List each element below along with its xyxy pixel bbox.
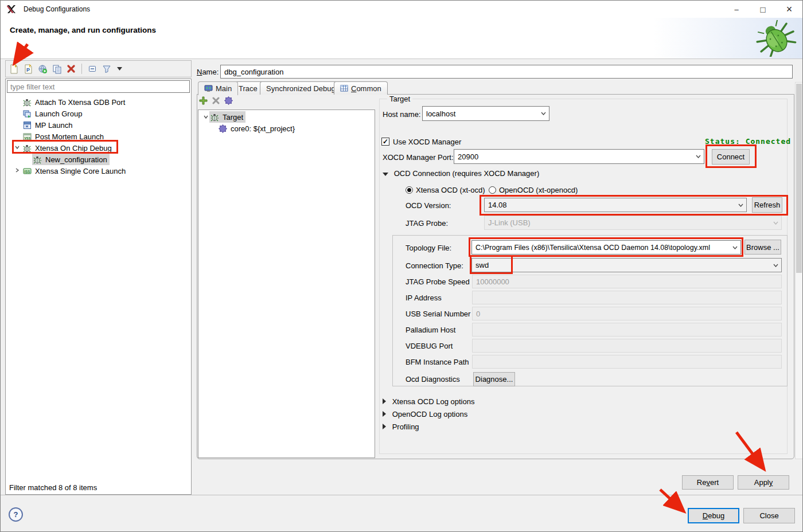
dialog-header: Create, manage, and run configurations bbox=[1, 18, 802, 59]
chevron-down-icon bbox=[770, 221, 781, 225]
host-name-combo[interactable]: localhost bbox=[422, 106, 549, 121]
xocd-port-combo[interactable]: 20900 bbox=[454, 149, 704, 164]
bfm-instance-path-input bbox=[472, 355, 782, 369]
tree-item-label: MP Launch bbox=[35, 121, 73, 130]
help-button[interactable]: ? bbox=[9, 507, 23, 522]
refresh-button[interactable]: Refresh bbox=[752, 197, 782, 213]
minimize-button[interactable]: – bbox=[723, 1, 750, 18]
tree-item-post-mortem-launch[interactable]: vss Post Mortem Launch bbox=[6, 131, 191, 142]
debug-config-icon bbox=[23, 98, 32, 107]
scrollbar-thumb[interactable] bbox=[796, 84, 802, 273]
svg-text:vss: vss bbox=[25, 135, 31, 139]
close-window-button[interactable]: × bbox=[776, 1, 802, 18]
connection-status: Status: Connected bbox=[705, 137, 791, 146]
expanded-chevron-icon[interactable] bbox=[202, 114, 209, 120]
tree-item-new-configuration[interactable]: New_configuration bbox=[6, 154, 191, 165]
tree-item-xtensa-single-core-launch[interactable]: ISS Xtensa Single Core Launch bbox=[6, 165, 191, 177]
debug-button[interactable]: Debug bbox=[688, 508, 739, 523]
collapse-all-icon[interactable] bbox=[87, 64, 98, 74]
host-name-label: Host name: bbox=[383, 110, 420, 119]
footer-separator bbox=[1, 495, 803, 495]
revert-button[interactable]: Revert bbox=[682, 475, 734, 490]
delete-icon[interactable] bbox=[66, 64, 76, 74]
target-toolbar bbox=[199, 96, 233, 105]
main-tab-icon bbox=[204, 85, 213, 92]
new-configuration-icon[interactable] bbox=[9, 64, 19, 74]
section-collapsed-icon bbox=[383, 411, 386, 417]
chevron-down-icon[interactable] bbox=[692, 155, 704, 158]
configurations-tree-panel: Attach To Xtensa GDB Port Launch Group M… bbox=[5, 79, 192, 495]
new-prototype-icon[interactable]: P bbox=[23, 64, 33, 74]
tree-item-label: Launch Group bbox=[35, 109, 82, 118]
diagnose-button[interactable]: Diagnose... bbox=[473, 372, 515, 386]
tree-item-label: Attach To Xtensa GDB Port bbox=[35, 98, 125, 107]
section-collapsed-icon bbox=[383, 424, 386, 429]
connect-button[interactable]: Connect bbox=[712, 149, 750, 165]
toolbar-menu-caret-icon[interactable] bbox=[116, 64, 123, 74]
tab-common[interactable]: Common bbox=[334, 81, 388, 95]
core-icon[interactable] bbox=[224, 96, 233, 105]
mp-launch-icon bbox=[23, 121, 32, 130]
connection-type-combo[interactable]: swd bbox=[471, 258, 782, 272]
svg-text:P: P bbox=[26, 67, 30, 73]
filter-icon[interactable] bbox=[102, 64, 112, 74]
chevron-down-icon[interactable] bbox=[729, 246, 740, 249]
tree-item-mp-launch[interactable]: MP Launch bbox=[6, 119, 191, 131]
tree-item-label: Post Mortem Launch bbox=[35, 132, 104, 141]
vdebug-port-input bbox=[472, 339, 782, 353]
configuration-name-input[interactable] bbox=[220, 65, 793, 79]
usb-serial-label: USB Serial Number bbox=[406, 310, 470, 318]
vertical-scrollbar[interactable] bbox=[795, 82, 803, 459]
use-xocd-checkbox[interactable]: ✓ bbox=[381, 138, 389, 146]
connection-type-label: Connection Type: bbox=[406, 261, 463, 270]
window-title: Debug Configurations bbox=[24, 5, 90, 13]
duplicate-icon[interactable] bbox=[52, 64, 62, 74]
tree-item-launch-group[interactable]: Launch Group bbox=[6, 108, 191, 119]
chevron-down-icon[interactable] bbox=[537, 112, 549, 115]
palladium-host-input bbox=[472, 323, 782, 337]
app-logo-icon bbox=[6, 5, 15, 14]
debug-config-icon bbox=[33, 155, 42, 164]
jtag-probe-speed-label: JTAG Probe Speed bbox=[406, 277, 470, 286]
tree-item-target-root[interactable]: Target bbox=[209, 111, 245, 123]
openocd-radio[interactable] bbox=[489, 186, 496, 194]
tree-item-attach-to-xtensa-gdb-port[interactable]: Attach To Xtensa GDB Port bbox=[6, 96, 191, 108]
tree-item-label: Xtensa Single Core Launch bbox=[35, 167, 126, 175]
tab-main[interactable]: Main bbox=[198, 81, 238, 95]
tree-item-core0[interactable]: core0: ${xt_project} bbox=[219, 123, 295, 134]
apply-button[interactable]: Apply bbox=[738, 475, 789, 490]
tree-item-label: Target bbox=[223, 113, 243, 122]
openocd-log-section-header[interactable]: OpenOCD Log options bbox=[383, 410, 467, 418]
browse-button[interactable]: Browse ... bbox=[744, 240, 781, 255]
target-tree-panel bbox=[198, 109, 375, 458]
target-group-label: Target bbox=[387, 95, 412, 103]
xtensa-ocd-radio[interactable] bbox=[406, 186, 413, 194]
chevron-down-icon[interactable] bbox=[770, 264, 781, 267]
close-button[interactable]: Close bbox=[743, 508, 795, 523]
xtensa-ocd-radio-label: Xtensa OCD (xt-ocd) bbox=[416, 186, 485, 194]
filter-match-status: Filter matched 8 of 8 items bbox=[9, 483, 97, 492]
remove-core-icon[interactable] bbox=[212, 97, 220, 104]
ocd-diagnostics-label: Ocd Diagnostics bbox=[406, 375, 460, 384]
use-xocd-label: Use XOCD Manager bbox=[393, 138, 461, 146]
jtag-probe-label: JTAG Probe: bbox=[406, 219, 448, 228]
title-bar: Debug Configurations – □ × bbox=[1, 1, 802, 18]
ocd-connection-section-header[interactable]: OCD Connection (requires XOCD Manager) bbox=[383, 169, 539, 178]
tab-synchronized-debug[interactable]: Synchronized Debug bbox=[260, 81, 342, 95]
profiling-section-header[interactable]: Profiling bbox=[383, 423, 419, 431]
export-configuration-icon[interactable] bbox=[37, 64, 48, 74]
tree-item-xtensa-on-chip-debug[interactable]: Xtensa On Chip Debug bbox=[6, 142, 191, 154]
xtensa-ocd-log-section-header[interactable]: Xtensa OCD Log options bbox=[383, 397, 474, 406]
bug-illustration-icon bbox=[752, 20, 797, 57]
dialog-subtitle: Create, manage, and run configurations bbox=[10, 26, 156, 34]
topology-file-combo[interactable]: C:\Program Files (x86)\Tensilica\Xtensa … bbox=[471, 240, 741, 255]
add-core-icon[interactable] bbox=[199, 96, 208, 105]
chevron-down-icon[interactable] bbox=[735, 204, 746, 207]
maximize-button[interactable]: □ bbox=[750, 1, 776, 18]
ip-address-input bbox=[472, 291, 782, 304]
section-expanded-icon bbox=[383, 173, 388, 176]
ip-address-label: IP Address bbox=[406, 294, 442, 302]
ocd-version-combo[interactable]: 14.08 bbox=[484, 198, 747, 212]
debug-config-icon bbox=[23, 144, 32, 152]
filter-input[interactable] bbox=[7, 80, 190, 93]
